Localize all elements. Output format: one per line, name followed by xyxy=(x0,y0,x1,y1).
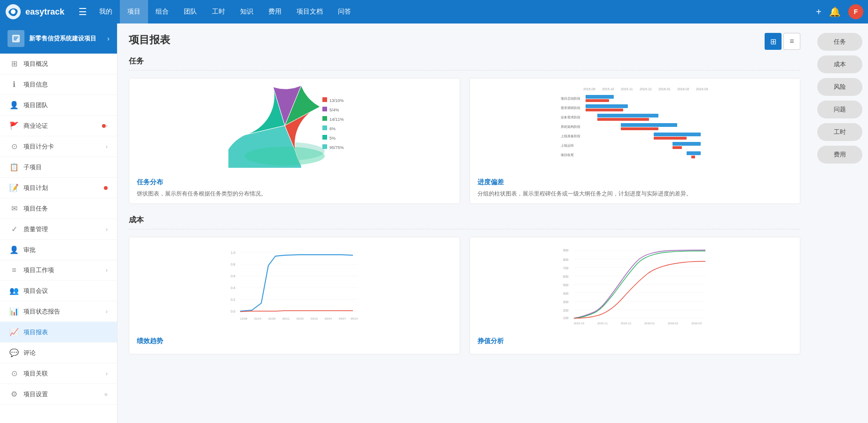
svg-text:2016-01: 2016-01 xyxy=(644,322,655,325)
nav-item-qa[interactable]: 问答 xyxy=(330,0,359,24)
svg-text:2016-03: 2016-03 xyxy=(696,87,708,91)
svg-rect-39 xyxy=(673,142,701,146)
quality-icon: ✓ xyxy=(9,225,19,234)
svg-text:12/08: 12/08 xyxy=(240,317,248,320)
nav-item-knowledge[interactable]: 知识 xyxy=(233,0,261,24)
sidebar-label-overview: 项目概况 xyxy=(23,60,108,68)
svg-text:02/11: 02/11 xyxy=(282,317,290,320)
right-panel-cost-button[interactable]: 成本 xyxy=(817,55,862,73)
svg-text:需求调研阶段: 需求调研阶段 xyxy=(561,106,580,110)
sidebar-item-quality[interactable]: ✓ 质量管理 › xyxy=(0,219,117,240)
earned-value-svg: 900 800 700 600 500 400 300 200 100 xyxy=(562,242,708,327)
hamburger-menu[interactable]: ☰ xyxy=(74,6,92,17)
business-badge xyxy=(102,124,106,128)
notification-icon[interactable]: 🔔 xyxy=(829,6,841,17)
view-toggle: ⊞ ≡ xyxy=(765,33,800,50)
sidebar-item-related[interactable]: ⊙ 项目关联 › xyxy=(0,363,117,384)
svg-text:5%: 5% xyxy=(329,136,336,141)
svg-text:900: 900 xyxy=(563,249,569,252)
svg-text:2015-11: 2015-11 xyxy=(597,322,608,325)
logo[interactable]: easytrack xyxy=(5,3,64,20)
svg-rect-38 xyxy=(654,133,701,136)
task-distribution-title: 任务分布 xyxy=(137,178,452,187)
svg-text:03/24: 03/24 xyxy=(325,317,332,320)
sidebar-item-business[interactable]: 🚩 商业论证 › xyxy=(0,116,117,136)
nav-item-project[interactable]: 项目 xyxy=(120,0,148,24)
sidebar-label-workitems: 项目工作项 xyxy=(23,266,106,274)
nav-item-portfolio[interactable]: 组合 xyxy=(148,0,176,24)
sidebar-item-reports[interactable]: 📈 项目报表 xyxy=(0,322,117,343)
performance-trend-chart: 1.0 0.8 0.6 0.4 0.2 0.0 xyxy=(129,237,460,331)
sidebar-item-workitems[interactable]: ≡ 项目工作项 › xyxy=(0,260,117,281)
svg-rect-46 xyxy=(673,146,682,149)
sidebar-item-comments[interactable]: 💬 评论 xyxy=(0,343,117,363)
svg-text:2015-11: 2015-11 xyxy=(621,87,633,91)
sidebar-item-approval[interactable]: 👤 审批 xyxy=(0,240,117,260)
sidebar-item-settings[interactable]: ⚙ 项目设置 « xyxy=(0,384,117,405)
sidebar-label-plan: 项目计划 xyxy=(23,184,102,192)
svg-text:700: 700 xyxy=(563,266,569,270)
sidebar-item-subproject[interactable]: 📋 子项目 xyxy=(0,157,117,178)
logo-icon xyxy=(5,3,22,20)
sidebar-item-meeting[interactable]: 👥 项目会议 xyxy=(0,281,117,301)
svg-rect-12 xyxy=(322,116,327,121)
meeting-icon: 👥 xyxy=(9,286,19,295)
svg-text:0.6: 0.6 xyxy=(231,274,235,278)
add-icon[interactable]: + xyxy=(816,7,821,17)
nav-item-mine[interactable]: 我的 xyxy=(92,0,120,24)
svg-point-1 xyxy=(11,9,16,14)
right-panel-tasks-button[interactable]: 任务 xyxy=(817,33,862,51)
progress-deviation-card[interactable]: 2015-09 2015-10 2015-11 2015-12 2016-01 … xyxy=(469,78,801,204)
earned-value-card[interactable]: 900 800 700 600 500 400 300 200 100 xyxy=(469,237,801,354)
gantt-chart-svg: 2015-09 2015-10 2015-11 2015-12 2016-01 … xyxy=(560,83,710,168)
svg-text:0.8: 0.8 xyxy=(231,263,235,266)
task-distribution-card[interactable]: 13/10% 5/4% 14/11% 6% 5% 95/75% 任务分布 xyxy=(129,78,460,204)
right-panel-issues-button[interactable]: 问题 xyxy=(817,101,862,118)
progress-deviation-desc: 分组的柱状图表，展示里程碑任务或一级大纲任务之间，计划进度与实际进度的差异。 xyxy=(477,189,793,198)
svg-rect-45 xyxy=(654,137,687,140)
sidebar-label-meeting: 项目会议 xyxy=(23,287,108,295)
svg-text:03/10: 03/10 xyxy=(311,317,318,320)
svg-rect-10 xyxy=(322,107,327,111)
sidebar-item-info[interactable]: ℹ 项目信息 xyxy=(0,74,117,95)
nav-item-docs[interactable]: 项目文档 xyxy=(289,0,330,24)
sidebar-item-plan[interactable]: 📝 项目计划 xyxy=(0,178,117,198)
svg-text:2016-02: 2016-02 xyxy=(668,322,679,325)
task-distribution-chart: 13/10% 5/4% 14/11% 6% 5% 95/75% xyxy=(129,78,460,172)
sidebar-item-team[interactable]: 👤 项目团队 xyxy=(0,95,117,116)
sidebar: 新零售信贷系统建设项目 › ⊞ 项目概况 ℹ 项目信息 👤 项目团队 🚩 商业论… xyxy=(0,24,117,423)
svg-text:0.2: 0.2 xyxy=(231,298,235,301)
sidebar-item-scorecard[interactable]: ⊙ 项目计分卡 › xyxy=(0,136,117,157)
workitems-arrow: › xyxy=(106,267,108,274)
avatar[interactable]: F xyxy=(848,4,863,19)
sidebar-label-subproject: 子项目 xyxy=(23,163,108,172)
svg-rect-18 xyxy=(322,144,327,149)
sidebar-item-tasks[interactable]: ✉ 项目任务 xyxy=(0,198,117,219)
sidebar-item-statusreport[interactable]: 📊 项目状态报告 › xyxy=(0,301,117,322)
grid-view-button[interactable]: ⊞ xyxy=(765,33,782,50)
svg-text:2015-12: 2015-12 xyxy=(621,322,632,325)
sidebar-label-settings: 项目设置 xyxy=(23,390,104,399)
svg-rect-44 xyxy=(621,127,658,130)
nav-item-expense[interactable]: 费用 xyxy=(261,0,289,24)
subproject-icon: 📋 xyxy=(9,163,19,172)
sidebar-label-comments: 评论 xyxy=(23,349,108,357)
svg-text:2016-01: 2016-01 xyxy=(658,87,671,91)
sidebar-item-overview[interactable]: ⊞ 项目概况 xyxy=(0,54,117,74)
info-icon: ℹ xyxy=(9,80,19,89)
right-panel-hours-button[interactable]: 工时 xyxy=(817,123,862,141)
sidebar-project-header[interactable]: 新零售信贷系统建设项目 › xyxy=(0,24,117,54)
nav-item-hours[interactable]: 工时 xyxy=(204,0,233,24)
performance-trend-card[interactable]: 1.0 0.8 0.6 0.4 0.2 0.0 xyxy=(129,237,460,354)
list-view-button[interactable]: ≡ xyxy=(783,33,800,50)
svg-text:01/14: 01/14 xyxy=(254,317,262,320)
sidebar-expand-arrow: › xyxy=(107,35,109,42)
nav-item-team[interactable]: 团队 xyxy=(176,0,204,24)
right-panel-risk-button[interactable]: 风险 xyxy=(817,78,862,96)
svg-text:系统架构阶段: 系统架构阶段 xyxy=(561,125,580,128)
svg-rect-5 xyxy=(14,39,16,40)
right-panel-expenses-button[interactable]: 费用 xyxy=(817,146,862,164)
earned-value-info: 挣值分析 xyxy=(470,331,800,354)
pie-chart-svg: 13/10% 5/4% 14/11% 6% 5% 95/75% xyxy=(228,83,360,168)
svg-text:业务需求阶段: 业务需求阶段 xyxy=(561,116,580,119)
